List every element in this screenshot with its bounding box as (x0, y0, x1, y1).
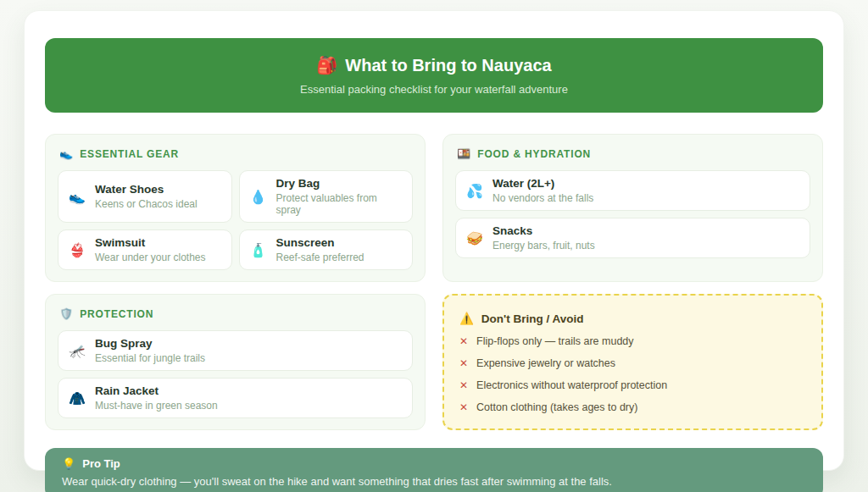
sandwich-icon: 🥪 (466, 230, 483, 246)
item-subtitle: Reef-safe preferred (275, 252, 364, 263)
panel-food-hydration: 🍱 FOOD & HYDRATION 💦 Water (2L+) No vend… (442, 134, 823, 282)
item-card-snacks: 🥪 Snacks Energy bars, fruit, nuts (455, 218, 810, 258)
item-subtitle: Energy bars, fruit, nuts (492, 240, 595, 252)
backpack-icon: 🎒 (316, 55, 337, 75)
item-card-sunscreen: 🧴 Sunscreen Reef-safe preferred (239, 229, 414, 270)
panels-grid: 👟 ESSENTIAL GEAR 👟 Water Shoes Keens or … (45, 134, 823, 430)
pro-tip-title-text: Pro Tip (82, 457, 120, 470)
item-text: Water Shoes Keens or Chacos ideal (95, 183, 198, 210)
avoid-item: ✕ Flip-flops only — trails are muddy (459, 335, 808, 347)
panel-dont-bring: ⚠️ Don't Bring / Avoid ✕ Flip-flops only… (442, 294, 823, 430)
avoid-item: ✕ Expensive jewelry or watches (459, 357, 808, 369)
cross-icon: ✕ (459, 357, 468, 369)
cross-icon: ✕ (459, 379, 468, 391)
bento-box-icon: 🍱 (457, 147, 470, 160)
item-subtitle: Essential for jungle trails (95, 352, 205, 364)
item-text: Dry Bag Protect valuables from spray (275, 177, 402, 216)
avoid-item-text: Electronics without waterproof protectio… (476, 379, 667, 391)
hero-banner: 🎒 What to Bring to Nauyaca Essential pac… (45, 38, 823, 113)
shield-icon: 🛡️ (59, 307, 73, 320)
packing-checklist-card: 🎒 What to Bring to Nauyaca Essential pac… (24, 10, 844, 471)
item-subtitle: No vendors at the falls (492, 192, 593, 204)
item-card-dry-bag: 💧 Dry Bag Protect valuables from spray (239, 170, 414, 223)
panel-protection-title: 🛡️ PROTECTION (59, 307, 413, 320)
item-title: Swimsuit (95, 236, 206, 249)
item-title: Bug Spray (95, 337, 205, 350)
item-text: Swimsuit Wear under your clothes (95, 236, 206, 263)
water-shoes-icon: 👟 (69, 189, 86, 205)
item-title: Snacks (492, 224, 595, 237)
panel-food-hydration-title: 🍱 FOOD & HYDRATION (457, 147, 810, 160)
protection-items: 🦟 Bug Spray Essential for jungle trails … (58, 330, 413, 418)
cross-icon: ✕ (459, 401, 468, 413)
bikini-icon: 👙 (69, 242, 86, 258)
page-title-text: What to Bring to Nauyaca (345, 56, 551, 75)
lightbulb-icon: 💡 (62, 457, 75, 470)
avoid-item: ✕ Cotton clothing (takes ages to dry) (459, 401, 808, 413)
pro-tip-text: Wear quick-dry clothing — you'll sweat o… (62, 475, 806, 488)
avoid-item-text: Cotton clothing (takes ages to dry) (476, 401, 637, 413)
item-card-swimsuit: 👙 Swimsuit Wear under your clothes (58, 229, 232, 270)
pro-tip-title: 💡 Pro Tip (62, 457, 806, 470)
item-title: Water Shoes (95, 183, 198, 196)
avoid-item: ✕ Electronics without waterproof protect… (459, 379, 808, 391)
dont-bring-title: ⚠️ Don't Bring / Avoid (459, 312, 808, 325)
item-title: Rain Jacket (95, 384, 218, 397)
cross-icon: ✕ (459, 335, 468, 347)
page-title: 🎒 What to Bring to Nauyaca (316, 55, 551, 75)
item-card-rain-jacket: 🧥 Rain Jacket Must-have in green season (58, 378, 413, 418)
panel-title-text: PROTECTION (80, 308, 153, 320)
item-text: Rain Jacket Must-have in green season (95, 384, 218, 412)
water-droplets-icon: 💦 (466, 183, 483, 199)
avoid-item-text: Flip-flops only — trails are muddy (476, 335, 633, 347)
item-title: Water (2L+) (492, 177, 593, 190)
running-shoe-icon: 👟 (59, 147, 73, 160)
item-title: Sunscreen (275, 236, 364, 249)
avoid-item-text: Expensive jewelry or watches (476, 357, 615, 369)
item-subtitle: Wear under your clothes (95, 252, 206, 263)
coat-icon: 🧥 (69, 390, 86, 406)
lotion-bottle-icon: 🧴 (250, 242, 267, 258)
droplet-icon: 💧 (250, 189, 267, 205)
pro-tip-banner: 💡 Pro Tip Wear quick-dry clothing — you'… (45, 448, 823, 492)
panel-title-text: FOOD & HYDRATION (477, 148, 591, 160)
item-text: Snacks Energy bars, fruit, nuts (492, 224, 595, 252)
panel-essential-gear-title: 👟 ESSENTIAL GEAR (59, 147, 413, 160)
essential-gear-items: 👟 Water Shoes Keens or Chacos ideal 💧 Dr… (58, 170, 413, 270)
mosquito-icon: 🦟 (69, 343, 86, 359)
item-subtitle: Protect valuables from spray (275, 192, 402, 216)
item-card-bug-spray: 🦟 Bug Spray Essential for jungle trails (58, 330, 413, 371)
item-subtitle: Must-have in green season (95, 400, 218, 412)
item-text: Sunscreen Reef-safe preferred (275, 236, 364, 263)
item-subtitle: Keens or Chacos ideal (95, 198, 198, 210)
item-card-water-shoes: 👟 Water Shoes Keens or Chacos ideal (58, 170, 232, 223)
panel-essential-gear: 👟 ESSENTIAL GEAR 👟 Water Shoes Keens or … (45, 134, 426, 282)
item-card-water: 💦 Water (2L+) No vendors at the falls (455, 170, 810, 211)
dont-bring-title-text: Don't Bring / Avoid (481, 312, 584, 325)
item-text: Water (2L+) No vendors at the falls (492, 177, 593, 204)
food-hydration-items: 💦 Water (2L+) No vendors at the falls 🥪 … (455, 170, 810, 258)
panel-title-text: ESSENTIAL GEAR (80, 148, 179, 160)
page-subtitle: Essential packing checklist for your wat… (300, 83, 568, 96)
panel-protection: 🛡️ PROTECTION 🦟 Bug Spray Essential for … (45, 294, 426, 430)
item-title: Dry Bag (275, 177, 402, 190)
warning-icon: ⚠️ (459, 312, 474, 325)
item-text: Bug Spray Essential for jungle trails (95, 337, 205, 364)
